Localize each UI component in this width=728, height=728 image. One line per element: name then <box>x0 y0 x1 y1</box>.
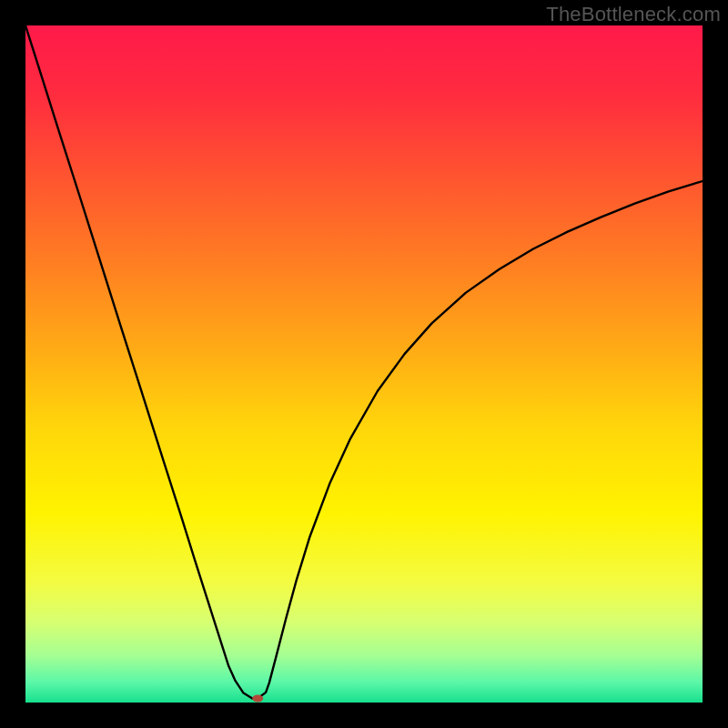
plot-area <box>25 25 703 703</box>
plot-svg <box>25 25 703 703</box>
chart-frame: TheBottleneck.com <box>0 0 728 728</box>
gradient-background <box>25 25 703 703</box>
min-marker <box>252 695 263 703</box>
watermark-text: TheBottleneck.com <box>546 3 721 26</box>
